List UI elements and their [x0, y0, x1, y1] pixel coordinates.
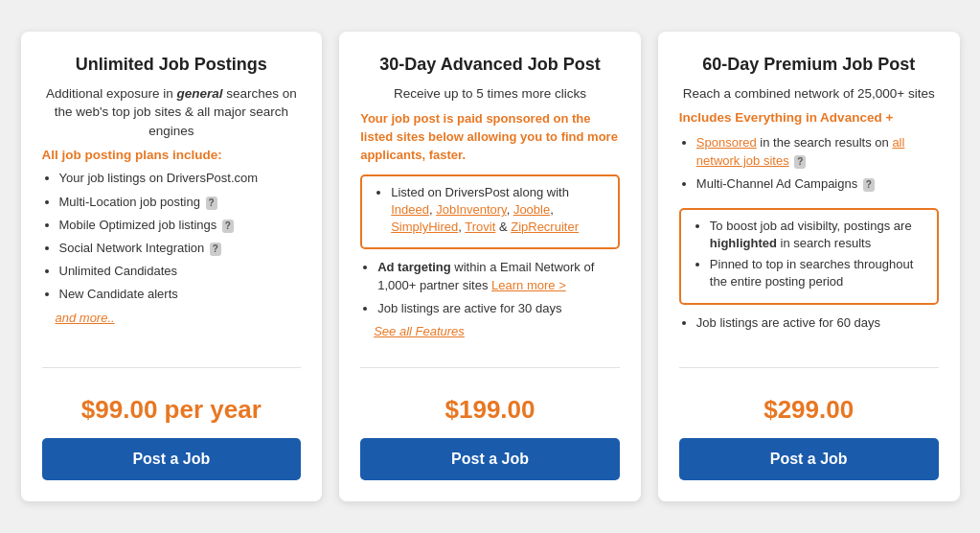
feature-item: Job listings are active for 30 days	[377, 300, 620, 317]
see-all-features-link[interactable]: See all Features	[374, 324, 465, 338]
feature-item: Multi-Location job posting ?	[59, 194, 302, 211]
site-list-item: Listed on DriversPost along with Indeed,…	[391, 184, 606, 237]
feature-item: Ad targeting within a Email Network of 1…	[377, 259, 620, 293]
price-unlimited: $99.00 per year	[42, 395, 302, 425]
card-advanced: 30-Day Advanced Job Post Receive up to 5…	[339, 32, 641, 501]
feature-list-unlimited: Your job listings on DriversPost.com Mul…	[42, 170, 302, 346]
card-title-unlimited: Unlimited Job Postings	[42, 55, 302, 75]
learn-more-link[interactable]: Learn more >	[491, 278, 566, 292]
feature-item: Social Network Integration ?	[59, 240, 302, 257]
divider	[360, 367, 620, 368]
feature-item: Your job listings on DriversPost.com	[59, 170, 302, 187]
help-badge[interactable]: ?	[794, 155, 806, 169]
card-premium: 60-Day Premium Job Post Reach a combined…	[658, 32, 960, 501]
card-subtitle-premium: Reach a combined network of 25,000+ site…	[679, 84, 939, 104]
card-unlimited: Unlimited Job Postings Additional exposu…	[21, 32, 323, 501]
post-job-button-advanced[interactable]: Post a Job	[360, 438, 620, 480]
indeed-link[interactable]: Indeed	[391, 202, 429, 217]
post-job-button-premium[interactable]: Post a Job	[679, 438, 939, 480]
feature-list-advanced: Ad targeting within a Email Network of 1…	[360, 259, 620, 346]
divider	[679, 367, 939, 368]
feature-item: Mobile Optimized job listings ?	[59, 217, 302, 234]
feature-item: New Candidate alerts	[59, 286, 302, 303]
highlighted-features-box: To boost job ad visibilty, postings are …	[679, 208, 939, 305]
highlighted-sites-box: Listed on DriversPost along with Indeed,…	[360, 174, 620, 250]
divider	[42, 367, 302, 368]
multi-channel-item: Multi-Channel Ad Campaigns ?	[696, 175, 939, 193]
help-badge[interactable]: ?	[210, 243, 221, 256]
feature-item: Unlimited Candidates	[59, 263, 302, 280]
highlighted-feature-item: To boost job ad visibilty, postings are …	[710, 218, 925, 252]
ziprecruiter-link[interactable]: ZipRecruiter	[511, 220, 579, 234]
help-badge[interactable]: ?	[863, 178, 875, 192]
sponsored-feature-item: Sponsored in the search results on all n…	[696, 134, 939, 169]
highlighted-feature-item: Pinned to top in searches throughout the…	[710, 256, 925, 290]
card-title-premium: 60-Day Premium Job Post	[679, 55, 939, 75]
price-advanced: $199.00	[360, 395, 620, 425]
card-title-advanced: 30-Day Advanced Job Post	[360, 55, 620, 75]
jobinventory-link[interactable]: JobInventory	[436, 202, 506, 217]
price-premium: $299.00	[679, 395, 939, 425]
trovit-link[interactable]: Trovit	[465, 220, 495, 234]
feature-list-premium-after: Job listings are active for 60 days	[679, 314, 939, 347]
feature-list-premium: Sponsored in the search results on all n…	[679, 134, 939, 198]
pricing-container: Unlimited Job Postings Additional exposu…	[21, 32, 960, 501]
card-subtitle-unlimited: Additional exposure in general searches …	[42, 84, 302, 141]
card-subtitle-advanced: Receive up to 5 times more clicks	[360, 84, 620, 104]
orange-notice: Your job post is paid sponsored on the l…	[360, 110, 620, 165]
help-badge[interactable]: ?	[206, 197, 217, 210]
and-more-link[interactable]: and more..	[56, 311, 115, 325]
feature-item: Job listings are active for 60 days	[696, 314, 939, 332]
jooble-link[interactable]: Jooble	[513, 202, 550, 217]
sponsored-link[interactable]: Sponsored	[696, 135, 757, 150]
post-job-button-unlimited[interactable]: Post a Job	[42, 438, 302, 480]
includes-label: Includes Everything in Advanced +	[679, 110, 939, 125]
help-badge[interactable]: ?	[222, 220, 234, 233]
see-all-features-item[interactable]: See all Features	[374, 323, 620, 340]
and-more-item[interactable]: and more..	[56, 310, 302, 327]
simplyhired-link[interactable]: SimplyHired	[391, 220, 458, 234]
section-label-unlimited: All job posting plans include:	[42, 148, 302, 162]
